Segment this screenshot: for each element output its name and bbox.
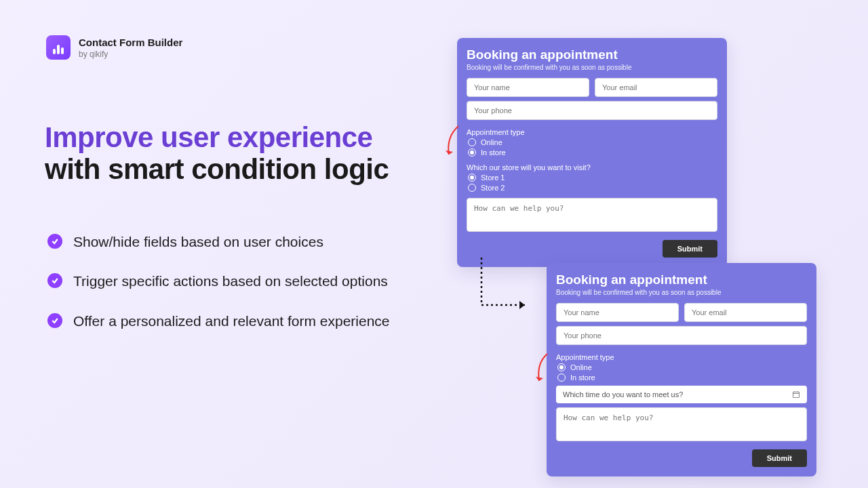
- radio-icon: [557, 363, 566, 371]
- radio-label: In store: [481, 148, 506, 157]
- name-field[interactable]: [556, 303, 679, 322]
- phone-field[interactable]: [467, 101, 717, 120]
- svg-rect-0: [793, 392, 800, 397]
- bullet-text: Offer a personalized and relevant form e…: [73, 311, 390, 331]
- form-title: Booking an appointment: [467, 47, 717, 62]
- radio-label: In store: [570, 373, 595, 382]
- brand-subtitle: by qikify: [79, 49, 182, 59]
- name-field[interactable]: [467, 78, 589, 97]
- check-icon: [47, 234, 62, 249]
- brand-header: Contact Form Builder by qikify: [46, 35, 182, 60]
- radio-option-online[interactable]: Online: [557, 363, 807, 371]
- radio-option-instore[interactable]: In store: [557, 373, 807, 382]
- headline-line-1: Improve user experience: [45, 122, 425, 153]
- radio-icon: [468, 148, 476, 157]
- brand-title: Contact Form Builder: [79, 37, 182, 48]
- submit-button[interactable]: Submit: [663, 240, 717, 258]
- radio-option-store2[interactable]: Store 2: [468, 184, 717, 192]
- time-picker-placeholder: Which time do you want to meet us?: [563, 390, 683, 399]
- bullet-item: Trigger specific actions based on select…: [47, 271, 427, 291]
- appointment-type-label: Appointment type: [556, 353, 807, 361]
- form-subtitle: Booking will be confirmed with you as so…: [556, 289, 807, 296]
- form-title: Booking an appointment: [556, 272, 807, 287]
- radio-option-store1[interactable]: Store 1: [468, 174, 717, 182]
- submit-button[interactable]: Submit: [752, 449, 807, 467]
- radio-label: Online: [481, 138, 502, 146]
- check-icon: [47, 313, 62, 328]
- radio-icon: [468, 138, 476, 146]
- bullet-item: Offer a personalized and relevant form e…: [47, 311, 427, 331]
- svg-marker-4: [446, 150, 453, 155]
- bullet-text: Trigger specific actions based on select…: [73, 271, 388, 291]
- radio-option-instore[interactable]: In store: [468, 148, 717, 157]
- bullet-item: Show/hide fields based on user choices: [47, 232, 427, 252]
- radio-label: Store 1: [481, 174, 505, 182]
- booking-form-instore: Booking an appointment Booking will be c…: [457, 38, 727, 267]
- radio-icon: [468, 174, 476, 182]
- svg-marker-5: [536, 377, 543, 381]
- store-question-label: Which our store will you want to visit?: [467, 163, 717, 171]
- headline-line-2: with smart condition logic: [45, 153, 425, 186]
- radio-option-online[interactable]: Online: [468, 138, 717, 146]
- phone-field[interactable]: [556, 326, 807, 345]
- radio-label: Store 2: [481, 184, 505, 192]
- appointment-type-label: Appointment type: [467, 128, 717, 136]
- radio-label: Online: [570, 363, 592, 371]
- calendar-icon: [792, 390, 800, 399]
- help-textarea[interactable]: [556, 407, 807, 441]
- feature-bullets: Show/hide fields based on user choices T…: [47, 232, 427, 350]
- email-field[interactable]: [684, 303, 807, 322]
- booking-form-online: Booking an appointment Booking will be c…: [547, 263, 816, 476]
- brand-logo-icon: [46, 35, 71, 60]
- check-icon: [47, 273, 62, 288]
- headline: Improve user experience with smart condi…: [45, 122, 425, 186]
- bullet-text: Show/hide fields based on user choices: [73, 232, 323, 252]
- help-textarea[interactable]: [467, 198, 717, 232]
- svg-marker-6: [519, 301, 525, 309]
- form-subtitle: Booking will be confirmed with you as so…: [467, 64, 717, 71]
- radio-icon: [557, 373, 566, 382]
- email-field[interactable]: [595, 78, 717, 97]
- radio-icon: [468, 184, 476, 192]
- time-picker-field[interactable]: Which time do you want to meet us?: [556, 386, 807, 403]
